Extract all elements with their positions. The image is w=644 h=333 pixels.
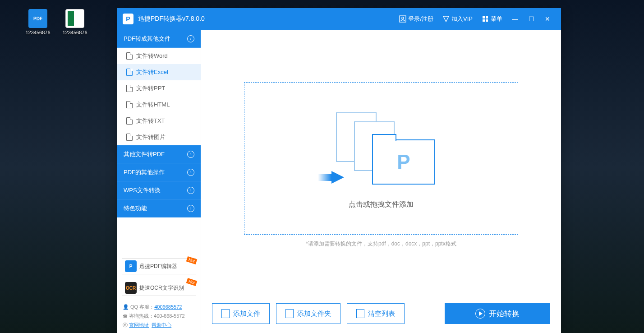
- sidebar-item-to-word[interactable]: 文件转Word: [117, 48, 201, 64]
- dropzone[interactable]: P 点击或拖拽文件添加: [244, 82, 518, 235]
- file-icon: [126, 117, 133, 125]
- promo-label: 迅捷PDF编辑器: [139, 263, 177, 270]
- chevron-right-icon: ›: [187, 187, 194, 194]
- svg-rect-2: [483, 16, 485, 18]
- file-icon: [126, 101, 133, 108]
- sidebar-item-to-txt[interactable]: 文件转TXT: [117, 113, 201, 129]
- sidebar-item-to-html[interactable]: 文件转HTML: [117, 97, 201, 113]
- sidebar-category-other-to-pdf[interactable]: 其他文件转PDF ›: [117, 145, 201, 163]
- user-icon: [399, 15, 406, 23]
- pdf-editor-icon: P: [125, 260, 137, 272]
- sidebar-category-label: PDF的其他操作: [124, 168, 165, 176]
- sidebar-item-label: 文件转Word: [136, 52, 168, 60]
- help-link[interactable]: 帮助中心: [152, 322, 171, 328]
- vip-label: 加入VIP: [451, 15, 473, 23]
- desktop-icon-excel[interactable]: 123456876: [59, 9, 91, 35]
- sidebar-item-label: 文件转Excel: [136, 68, 168, 76]
- button-label: 添加文件夹: [297, 310, 331, 318]
- svg-rect-5: [486, 19, 488, 22]
- sidebar: PDF转成其他文件 › 文件转Word 文件转Excel 文件转PPT 文件转H…: [117, 30, 201, 333]
- svg-point-1: [402, 17, 404, 19]
- desktop-icon-pdf[interactable]: PDF 123456876: [22, 9, 54, 35]
- chevron-right-icon: ›: [187, 151, 194, 158]
- sidebar-category-label: 其他文件转PDF: [124, 150, 165, 158]
- sidebar-item-to-image[interactable]: 文件转图片: [117, 129, 201, 145]
- login-button[interactable]: 登录/注册: [395, 8, 438, 30]
- chevron-right-icon: ›: [187, 169, 194, 176]
- sidebar-item-label: 文件转HTML: [136, 101, 170, 109]
- dropzone-text: 点击或拖拽文件添加: [349, 200, 414, 209]
- login-label: 登录/注册: [408, 15, 433, 23]
- sidebar-category-label: PDF转成其他文件: [124, 35, 170, 43]
- app-logo-icon: P: [123, 14, 133, 24]
- desktop-icon-label: 123456876: [59, 30, 91, 35]
- trash-icon: [356, 309, 364, 318]
- site-link[interactable]: 官网地址: [129, 322, 149, 328]
- qq-link[interactable]: 4006685572: [154, 304, 182, 310]
- dropzone-hint: *请添加需要转换的文件，支持pdf，doc，docx，ppt，pptx格式: [212, 240, 550, 248]
- sidebar-item-label: 文件转TXT: [136, 117, 165, 125]
- hot-badge: Hot: [186, 256, 198, 264]
- add-file-icon: [221, 309, 230, 318]
- button-label: 添加文件: [233, 310, 260, 318]
- window-minimize-button[interactable]: —: [507, 15, 523, 23]
- menu-grid-icon: [482, 15, 489, 23]
- sidebar-category-features[interactable]: 特色功能 ›: [117, 199, 201, 217]
- file-icon: [126, 69, 133, 76]
- promo-label: 捷速OCR文字识别: [139, 284, 184, 292]
- chevron-right-icon: ›: [187, 35, 194, 42]
- vip-icon: [442, 15, 450, 23]
- sidebar-category-pdf-other-ops[interactable]: PDF的其他操作 ›: [117, 163, 201, 181]
- add-folder-button[interactable]: 添加文件夹: [276, 303, 340, 324]
- app-title: 迅捷PDF转换器v7.8.0.0: [138, 15, 205, 23]
- menu-label: 菜单: [491, 15, 502, 23]
- button-label: 开始转换: [489, 309, 520, 319]
- sidebar-item-to-excel[interactable]: 文件转Excel: [117, 64, 201, 80]
- hotline-label: 咨询热线：: [129, 313, 154, 319]
- hot-badge: Hot: [186, 278, 198, 286]
- play-icon: [475, 309, 485, 319]
- file-icon: [126, 85, 133, 92]
- titlebar: P 迅捷PDF转换器v7.8.0.0 登录/注册 加入VIP 菜单 — ☐ ✕: [117, 8, 561, 30]
- desktop-icon-label: 123456876: [22, 30, 54, 35]
- window-close-button[interactable]: ✕: [539, 15, 556, 23]
- ocr-icon: OCR: [125, 282, 137, 294]
- sidebar-item-label: 文件转图片: [136, 133, 166, 141]
- svg-rect-4: [483, 19, 485, 22]
- app-window: P 迅捷PDF转换器v7.8.0.0 登录/注册 加入VIP 菜单 — ☐ ✕: [117, 8, 561, 333]
- arrow-right-icon: [331, 171, 344, 184]
- excel-file-icon: [65, 9, 84, 28]
- hotline-value: 400-668-5572: [154, 313, 185, 319]
- bottom-toolbar: 添加文件 添加文件夹 清空列表 开始转换: [212, 303, 550, 324]
- menu-button[interactable]: 菜单: [477, 8, 507, 30]
- sidebar-contact: 👤 QQ 客服：4006685572 ☎ 咨询热线：400-668-5572 ⓔ…: [117, 299, 201, 333]
- file-icon: [126, 134, 133, 141]
- sidebar-category-label: 特色功能: [124, 204, 147, 213]
- sidebar-category-pdf-to-other[interactable]: PDF转成其他文件 ›: [117, 30, 201, 48]
- main-content: P 点击或拖拽文件添加 *请添加需要转换的文件，支持pdf，doc，docx，p…: [201, 30, 561, 333]
- file-icon: [126, 52, 133, 60]
- promo-pdf-editor[interactable]: P 迅捷PDF编辑器 Hot: [122, 258, 196, 274]
- button-label: 清空列表: [368, 310, 395, 318]
- add-file-button[interactable]: 添加文件: [212, 303, 270, 324]
- vip-button[interactable]: 加入VIP: [438, 8, 477, 30]
- sidebar-item-label: 文件转PPT: [136, 84, 165, 92]
- sidebar-category-label: WPS文件转换: [124, 186, 161, 194]
- promo-ocr[interactable]: OCR 捷速OCR文字识别 Hot: [122, 280, 196, 296]
- qq-label: QQ 客服：: [130, 304, 154, 310]
- chevron-right-icon: ›: [187, 205, 194, 212]
- start-convert-button[interactable]: 开始转换: [445, 303, 550, 324]
- pdf-file-icon: PDF: [28, 9, 47, 28]
- window-maximize-button[interactable]: ☐: [523, 15, 539, 23]
- svg-rect-3: [486, 16, 488, 18]
- sidebar-item-to-ppt[interactable]: 文件转PPT: [117, 80, 201, 97]
- clear-list-button[interactable]: 清空列表: [347, 303, 405, 324]
- dropzone-illustration: P: [327, 108, 435, 189]
- sidebar-category-wps[interactable]: WPS文件转换 ›: [117, 181, 201, 199]
- add-folder-icon: [285, 309, 294, 318]
